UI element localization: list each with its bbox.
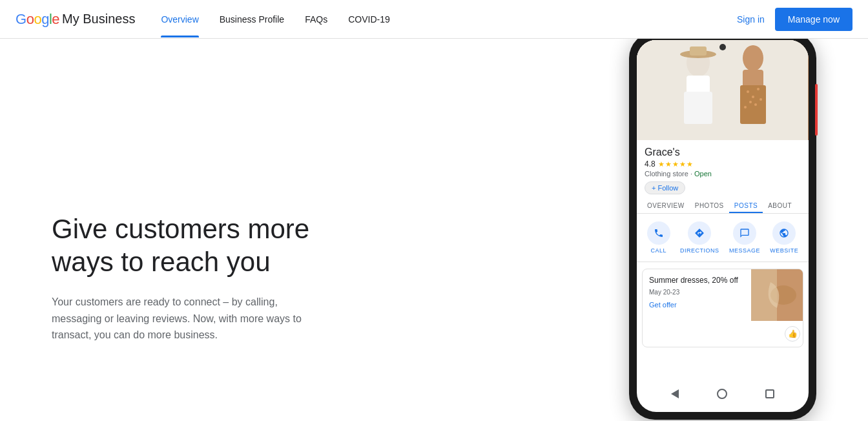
nav-actions: Sign in Manage now [737, 8, 852, 31]
message-icon [733, 221, 756, 245]
offer-image-svg [751, 269, 803, 321]
business-hero-image [637, 40, 809, 140]
business-rating: 4.8 ★★★★★ [645, 159, 801, 169]
business-name: Grace's [645, 147, 801, 158]
svg-point-11 [752, 96, 754, 98]
offer-link[interactable]: Get offer [649, 301, 745, 309]
home-button[interactable] [717, 389, 727, 399]
offer-date: May 20-23 [649, 289, 745, 296]
website-label: WEBSITE [770, 247, 798, 254]
offer-card: Summer dresses, 20% off May 20-23 Get of… [642, 269, 803, 347]
directions-label: DIRECTIONS [680, 247, 719, 254]
phone-camera [719, 44, 726, 50]
store-image-svg [637, 40, 808, 140]
website-icon [772, 221, 796, 245]
nav-links: Overview Business Profile FAQs COVID-19 [161, 1, 737, 37]
manage-now-button[interactable]: Manage now [775, 8, 852, 31]
svg-rect-4 [684, 92, 712, 124]
call-label: CALL [650, 247, 666, 254]
action-buttons-row: CALL DIRECTIONS MESSAGE [637, 214, 809, 262]
back-button[interactable] [671, 389, 679, 398]
svg-rect-6 [690, 46, 707, 56]
hero-section: Give customers more ways to reach you Yo… [0, 174, 388, 382]
recents-button[interactable] [765, 389, 774, 398]
tab-posts[interactable]: POSTS [729, 198, 763, 213]
offer-image [751, 269, 803, 321]
svg-point-7 [743, 45, 763, 71]
phone-outer-shell: Grace's 4.8 ★★★★★ Clothing store · Open … [629, 39, 816, 420]
offer-text: Summer dresses, 20% off May 20-23 Get of… [643, 269, 751, 347]
tab-about[interactable]: ABOUT [763, 198, 797, 213]
nav-link-faqs[interactable]: FAQs [305, 1, 327, 37]
phone-scrollbar [815, 84, 818, 136]
svg-point-12 [757, 88, 760, 90]
logo[interactable]: Google My Business [16, 11, 135, 28]
follow-button[interactable]: + Follow [645, 181, 685, 194]
svg-point-15 [744, 106, 747, 108]
phone-mockup: Grace's 4.8 ★★★★★ Clothing store · Open … [629, 39, 816, 420]
sign-in-button[interactable]: Sign in [737, 14, 765, 25]
directions-action[interactable]: DIRECTIONS [680, 221, 719, 254]
hero-title: Give customers more ways to reach you [52, 213, 336, 278]
phone-bottom-bar [637, 384, 809, 404]
nav-brand-name: My Business [62, 12, 135, 26]
phone-screen: Grace's 4.8 ★★★★★ Clothing store · Open … [637, 40, 809, 412]
like-button[interactable]: 👍 [785, 326, 800, 342]
svg-point-16 [760, 98, 762, 101]
svg-rect-9 [740, 85, 766, 124]
call-icon [647, 221, 670, 245]
directions-icon [688, 221, 711, 245]
tab-photos[interactable]: PHOTOS [690, 198, 729, 213]
nav-link-covid[interactable]: COVID-19 [348, 1, 390, 37]
google-logo: Google [16, 11, 59, 28]
stars-icon: ★★★★★ [658, 160, 694, 169]
tab-overview[interactable]: OVERVIEW [642, 198, 690, 213]
svg-point-10 [747, 90, 749, 93]
nav-link-business-profile[interactable]: Business Profile [220, 1, 284, 37]
message-action[interactable]: MESSAGE [729, 221, 760, 254]
navbar: Google My Business Overview Business Pro… [0, 0, 868, 39]
phone-tabs: OVERVIEW PHOTOS POSTS ABOUT [637, 198, 809, 214]
business-type: Clothing store · Open [645, 170, 801, 178]
svg-point-13 [749, 101, 752, 103]
message-label: MESSAGE [729, 247, 760, 254]
business-info: Grace's 4.8 ★★★★★ Clothing store · Open … [637, 140, 809, 198]
website-action[interactable]: WEBSITE [770, 221, 798, 254]
svg-rect-1 [637, 40, 808, 140]
rating-number: 4.8 [645, 159, 656, 169]
main-content: Give customers more ways to reach you Yo… [0, 39, 868, 421]
call-action[interactable]: CALL [647, 221, 670, 254]
offer-title: Summer dresses, 20% off [649, 276, 745, 286]
svg-point-14 [754, 103, 757, 106]
open-status: Open [694, 170, 712, 178]
nav-link-overview[interactable]: Overview [161, 1, 198, 37]
hero-description: Your customers are ready to connect – by… [52, 294, 310, 344]
